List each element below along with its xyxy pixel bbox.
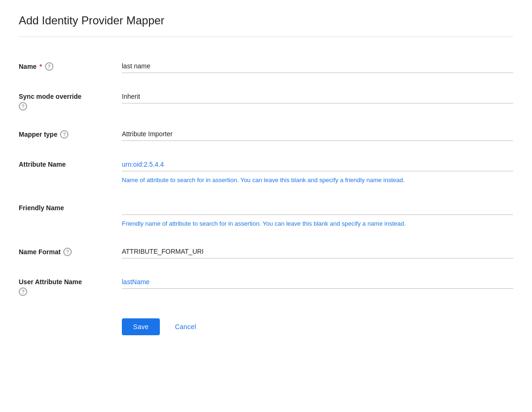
attribute-name-input-col: Name of attribute to search for in asser… <box>122 158 513 184</box>
button-row: Save Cancel <box>19 304 513 335</box>
mapper-type-input-col: Attribute Importer <box>122 127 513 141</box>
name-help-icon[interactable]: ? <box>45 62 53 71</box>
friendly-name-label-col: Friendly Name <box>19 201 122 212</box>
attribute-name-helper: Name of attribute to search for in asser… <box>122 176 513 184</box>
name-format-select[interactable]: ATTRIBUTE_FORMAT_URI ATTRIBUTE_FORMAT_BA… <box>122 245 513 258</box>
friendly-name-helper: Friendly name of attribute to search for… <box>122 220 513 228</box>
user-attribute-name-help-icon[interactable]: ? <box>19 287 27 296</box>
mapper-type-label-text: Mapper type <box>19 131 57 138</box>
mapper-type-label-col: Mapper type ? <box>19 127 122 139</box>
required-star: * <box>39 63 42 70</box>
user-attribute-name-input-col <box>122 275 513 289</box>
name-label-text: Name <box>19 63 37 70</box>
attribute-name-label: Attribute Name <box>19 161 66 168</box>
name-format-row: Name Format ? ATTRIBUTE_FORMAT_URI ATTRI… <box>19 236 513 267</box>
cancel-button[interactable]: Cancel <box>167 318 203 335</box>
mapper-type-select[interactable]: Attribute Importer <box>122 127 513 141</box>
sync-mode-row: Sync mode override ? Inherit Legacy Forc… <box>19 81 513 119</box>
user-attribute-name-label-col: User Attribute Name ? <box>19 275 122 296</box>
user-attribute-name-label: User Attribute Name <box>19 278 82 286</box>
sync-mode-input-col: Inherit Legacy Force <box>122 90 513 103</box>
name-format-input-col: ATTRIBUTE_FORMAT_URI ATTRIBUTE_FORMAT_BA… <box>122 245 513 258</box>
name-label-col: Name * ? <box>19 59 122 71</box>
name-format-label: Name Format ? <box>19 248 72 256</box>
sync-mode-label-col: Sync mode override ? <box>19 90 122 110</box>
attribute-name-row: Attribute Name Name of attribute to sear… <box>19 149 513 193</box>
friendly-name-input[interactable] <box>122 201 513 215</box>
name-label: Name * ? <box>19 62 53 71</box>
name-format-help-icon[interactable]: ? <box>63 248 72 256</box>
page-title: Add Identity Provider Mapper <box>19 14 513 27</box>
mapper-type-label: Mapper type ? <box>19 130 68 139</box>
name-format-label-col: Name Format ? <box>19 245 122 256</box>
friendly-name-input-col: Friendly name of attribute to search for… <box>122 201 513 228</box>
sync-mode-label: Sync mode override <box>19 93 82 100</box>
name-input[interactable] <box>122 59 513 73</box>
form-section: Name * ? Sync mode override ? Inherit Le… <box>19 51 513 304</box>
save-button[interactable]: Save <box>122 318 160 335</box>
mapper-type-help-icon[interactable]: ? <box>60 130 68 139</box>
name-row: Name * ? <box>19 51 513 81</box>
page-container: Add Identity Provider Mapper Name * ? Sy… <box>0 0 532 412</box>
attribute-name-input[interactable] <box>122 158 513 171</box>
mapper-type-row: Mapper type ? Attribute Importer <box>19 119 513 149</box>
divider <box>19 37 513 37</box>
attribute-name-label-col: Attribute Name <box>19 158 122 168</box>
name-input-col <box>122 59 513 73</box>
user-attribute-name-row: User Attribute Name ? <box>19 267 513 304</box>
user-attribute-name-input[interactable] <box>122 275 513 289</box>
friendly-name-row: Friendly Name Friendly name of attribute… <box>19 193 513 236</box>
sync-mode-help-icon[interactable]: ? <box>19 102 27 110</box>
friendly-name-label: Friendly Name <box>19 204 64 212</box>
sync-mode-select[interactable]: Inherit Legacy Force <box>122 90 513 103</box>
name-format-label-text: Name Format <box>19 248 60 256</box>
